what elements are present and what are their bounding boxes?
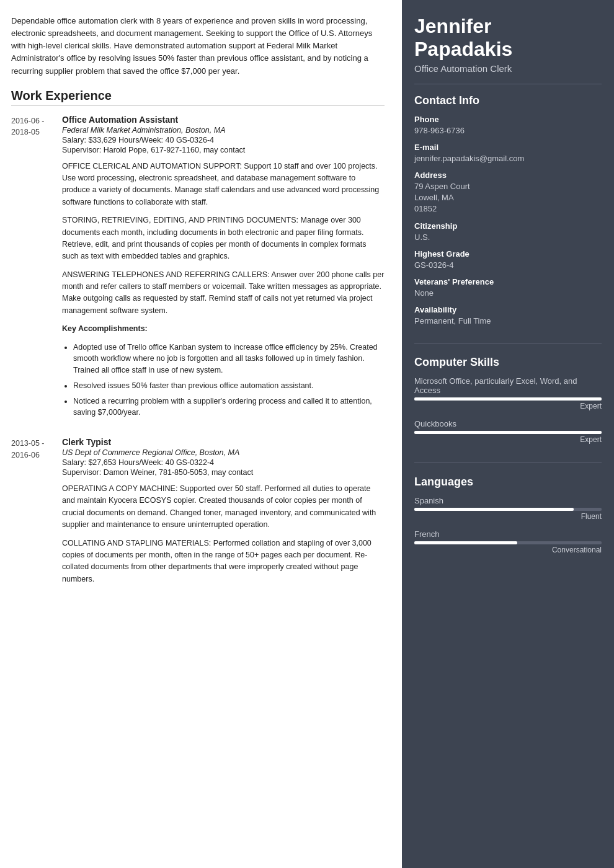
job-body-1: OPERATING A COPY MACHINE: Supported over… bbox=[62, 483, 385, 585]
job-title-1: Clerk Typist bbox=[62, 437, 385, 447]
job-para-1-1: COLLATING AND STAPLING MATERIALS: Perfor… bbox=[62, 538, 385, 586]
job-para-0-2: ANSWERING TELEPHONES AND REFERRING CALLE… bbox=[62, 269, 385, 317]
job-dates-0: 2016-06 -2018-05 bbox=[11, 115, 62, 425]
citizenship-label: Citizenship bbox=[414, 221, 602, 231]
job-salary-0: Salary: $33,629 Hours/Week: 40 GS-0326-4 bbox=[62, 136, 385, 144]
citizenship-value: U.S. bbox=[414, 232, 430, 242]
skill-item-1: QuickbooksExpert bbox=[414, 419, 602, 444]
job-details-1: Clerk TypistUS Dept of Commerce Regional… bbox=[62, 437, 385, 591]
work-experience-title: Work Experience bbox=[11, 89, 385, 106]
availability-item: Availability Permanent, Full Time bbox=[414, 305, 602, 327]
skill-bar-fill-1 bbox=[414, 431, 602, 434]
email-item: E-mail jennifer.papadakis@gmail.com bbox=[414, 143, 602, 164]
address-value: 79 Aspen Court Lowell, MA 01852 bbox=[414, 182, 470, 213]
lang-bar-container-1 bbox=[414, 541, 602, 544]
highest-grade-value: GS-0326-4 bbox=[414, 260, 454, 270]
highest-grade-label: Highest Grade bbox=[414, 249, 602, 259]
veterans-label: Veterans' Preference bbox=[414, 277, 602, 286]
skill-bar-container-1 bbox=[414, 431, 602, 434]
right-column: Jennifer Papadakis Office Automation Cle… bbox=[402, 0, 614, 868]
availability-value: Permanent, Full Time bbox=[414, 316, 491, 326]
address-label: Address bbox=[414, 170, 602, 180]
lang-bar-container-0 bbox=[414, 508, 602, 511]
lang-name-0: Spanish bbox=[414, 496, 602, 505]
phone-value: 978-963-6736 bbox=[414, 126, 465, 135]
job-entry-0: 2016-06 -2018-05Office Automation Assist… bbox=[11, 115, 385, 425]
left-column: Dependable office automation clerk with … bbox=[0, 0, 402, 868]
languages-title: Languages bbox=[414, 476, 602, 489]
job-org-1: US Dept of Commerce Regional Office, Bos… bbox=[62, 448, 385, 457]
contact-section: Contact Info Phone 978-963-6736 E-mail j… bbox=[414, 94, 602, 344]
email-value: jennifer.papadakis@gmail.com bbox=[414, 154, 524, 163]
job-para-0-0: OFFICE CLERICAL AND AUTOMATION SUPPORT: … bbox=[62, 161, 385, 209]
job-supervisor-0: Supervisor: Harold Pope, 617-927-1160, m… bbox=[62, 146, 385, 154]
jobs-list: 2016-06 -2018-05Office Automation Assist… bbox=[11, 115, 385, 591]
lang-name-1: French bbox=[414, 529, 602, 539]
job-org-0: Federal Milk Market Administration, Bost… bbox=[62, 126, 385, 135]
job-bullet-0-1: Resolved issues 50% faster than previous… bbox=[73, 380, 385, 392]
highest-grade-item: Highest Grade GS-0326-4 bbox=[414, 249, 602, 271]
skill-name-1: Quickbooks bbox=[414, 419, 602, 428]
skill-name-0: Microsoft Office, particularly Excel, Wo… bbox=[414, 376, 602, 395]
veterans-item: Veterans' Preference None bbox=[414, 277, 602, 299]
skill-level-1: Expert bbox=[414, 435, 602, 444]
job-salary-1: Salary: $27,653 Hours/Week: 40 GS-0322-4 bbox=[62, 458, 385, 467]
job-bullet-0-2: Noticed a recurring problem with a suppl… bbox=[73, 396, 385, 419]
job-body-0: OFFICE CLERICAL AND AUTOMATION SUPPORT: … bbox=[62, 161, 385, 418]
availability-label: Availability bbox=[414, 305, 602, 314]
veterans-value: None bbox=[414, 288, 434, 298]
skill-bar-container-0 bbox=[414, 397, 602, 401]
job-supervisor-1: Supervisor: Damon Weiner, 781-850-5053, … bbox=[62, 468, 385, 477]
computer-skills-section: Computer Skills Microsoft Office, partic… bbox=[414, 356, 602, 463]
skill-bar-fill-0 bbox=[414, 397, 602, 401]
phone-label: Phone bbox=[414, 115, 602, 124]
job-bullets-0: Adopted use of Trello office Kanban syst… bbox=[73, 342, 385, 419]
lang-level-0: Fluent bbox=[414, 512, 602, 521]
job-bullet-0-0: Adopted use of Trello office Kanban syst… bbox=[73, 342, 385, 376]
job-dates-1: 2013-05 -2016-06 bbox=[11, 437, 62, 591]
skills-list: Microsoft Office, particularly Excel, Wo… bbox=[414, 376, 602, 444]
job-entry-1: 2013-05 -2016-06Clerk TypistUS Dept of C… bbox=[11, 437, 385, 591]
phone-item: Phone 978-963-6736 bbox=[414, 115, 602, 136]
name-section: Jennifer Papadakis Office Automation Cle… bbox=[414, 15, 602, 84]
address-item: Address 79 Aspen Court Lowell, MA 01852 bbox=[414, 170, 602, 215]
skill-item-0: Microsoft Office, particularly Excel, Wo… bbox=[414, 376, 602, 410]
lang-bar-fill-1 bbox=[414, 541, 517, 544]
job-details-0: Office Automation AssistantFederal Milk … bbox=[62, 115, 385, 425]
skill-level-0: Expert bbox=[414, 402, 602, 410]
job-title-0: Office Automation Assistant bbox=[62, 115, 385, 125]
computer-skills-title: Computer Skills bbox=[414, 356, 602, 369]
candidate-name: Jennifer Papadakis bbox=[414, 15, 602, 61]
lang-bar-fill-0 bbox=[414, 508, 574, 511]
languages-section: Languages SpanishFluentFrenchConversatio… bbox=[414, 476, 602, 554]
key-accomplishments-label-0: Key Accomplishments: bbox=[62, 323, 385, 335]
lang-level-1: Conversational bbox=[414, 546, 602, 554]
job-title: Office Automation Clerk bbox=[414, 63, 602, 74]
lang-item-1: FrenchConversational bbox=[414, 529, 602, 554]
email-label: E-mail bbox=[414, 143, 602, 152]
languages-list: SpanishFluentFrenchConversational bbox=[414, 496, 602, 554]
lang-item-0: SpanishFluent bbox=[414, 496, 602, 521]
job-para-1-0: OPERATING A COPY MACHINE: Supported over… bbox=[62, 483, 385, 531]
contact-title: Contact Info bbox=[414, 94, 602, 107]
summary: Dependable office automation clerk with … bbox=[11, 15, 385, 78]
job-para-0-1: STORING, RETRIEVING, EDITING, AND PRINTI… bbox=[62, 215, 385, 263]
citizenship-item: Citizenship U.S. bbox=[414, 221, 602, 243]
